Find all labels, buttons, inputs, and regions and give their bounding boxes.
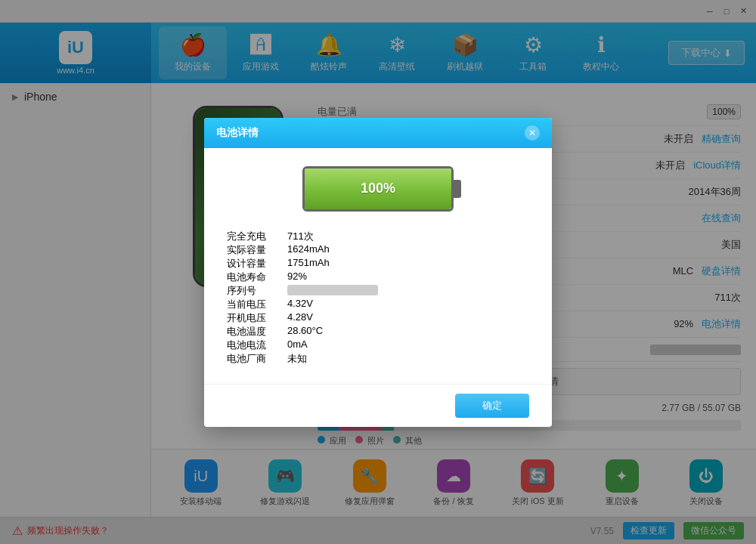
modal-field-value-1: 1624mAh [287,243,529,257]
modal-field-label-4: 序列号 [227,284,287,298]
modal-field-value-9: 未知 [287,352,529,366]
battery-visual: 100% [227,166,529,212]
battery-fill: 100% [305,168,451,209]
modal-field-label-8: 电池电流 [227,338,287,352]
modal-field-label-0: 完全充电 [227,230,287,243]
modal-info-grid: 完全充电711次实际容量1624mAh设计容量1751mAh电池寿命92%序列号… [227,230,529,366]
modal-field-label-6: 开机电压 [227,311,287,325]
battery-percent-text: 100% [361,181,395,196]
modal-field-label-1: 实际容量 [227,243,287,257]
modal-field-label-2: 设计容量 [227,257,287,270]
modal-field-value-7: 28.60°C [287,325,529,338]
modal-field-label-9: 电池厂商 [227,352,287,366]
modal-body: 100% 完全充电711次实际容量1624mAh设计容量1751mAh电池寿命9… [204,148,552,384]
modal-header: 电池详情 ✕ [204,118,552,148]
modal-footer: 确定 [204,384,552,427]
modal-field-label-5: 当前电压 [227,298,287,311]
modal-close-button[interactable]: ✕ [525,125,540,141]
modal-field-value-6: 4.28V [287,311,529,325]
battery-tip [454,180,461,198]
modal-field-value-2: 1751mAh [287,257,529,270]
modal-overlay: 电池详情 ✕ 100% 完全充电711次实际容量1624mAh设计容量1751m… [0,0,756,544]
modal-field-value-8: 0mA [287,338,529,352]
modal-field-value-5: 4.32V [287,298,529,311]
battery-body: 100% [302,166,454,212]
battery-detail-modal: 电池详情 ✕ 100% 完全充电711次实际容量1624mAh设计容量1751m… [204,118,552,427]
modal-field-value-3: 92% [287,270,529,284]
modal-title: 电池详情 [216,126,259,140]
modal-serial-blur [287,285,378,295]
modal-field-value-0: 711次 [287,230,529,243]
modal-field-label-3: 电池寿命 [227,270,287,284]
modal-field-label-7: 电池温度 [227,325,287,338]
modal-field-value-4 [287,284,529,298]
confirm-button[interactable]: 确定 [455,394,529,418]
